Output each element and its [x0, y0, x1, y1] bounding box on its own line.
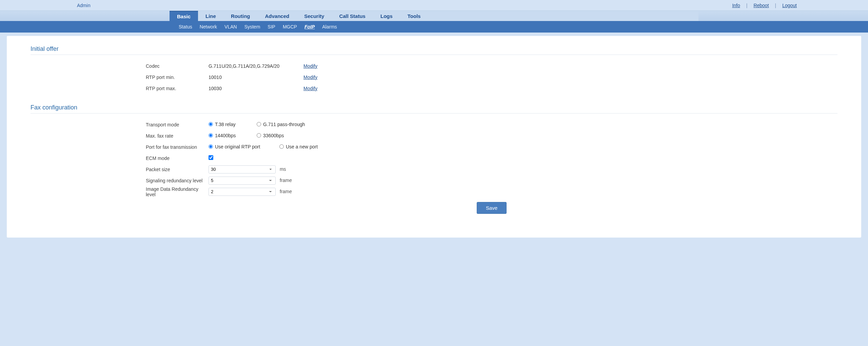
sub-nav: Status Network VLAN System SIP MGCP FoIP…	[170, 21, 698, 33]
signaling-redundancy-select[interactable]: 5	[209, 177, 276, 185]
codec-value: G.711U/20,G.711A/20,G.729A/20	[209, 63, 303, 69]
reboot-link[interactable]: Reboot	[753, 3, 769, 8]
transport-t38-option[interactable]: T.38 relay	[209, 122, 245, 127]
maxrate-14400-option[interactable]: 14400bps	[209, 133, 245, 138]
image-redundancy-select[interactable]: 2	[209, 188, 276, 196]
max-fax-rate-label: Max. fax rate	[146, 133, 209, 139]
nav-spacer	[428, 11, 698, 21]
signaling-redundancy-label: Signaling redundancy level	[146, 178, 209, 183]
image-redundancy-label: Image Data Redundancy level	[146, 186, 209, 197]
row-max-fax-rate: Max. fax rate 14400bps 33600bps	[146, 130, 837, 141]
transport-g711-radio[interactable]	[257, 122, 261, 126]
subnav-status[interactable]: Status	[179, 24, 192, 29]
tab-routing[interactable]: Routing	[223, 11, 258, 21]
subnav-network[interactable]: Network	[200, 24, 217, 29]
codec-modify-link[interactable]: Modify	[303, 63, 317, 69]
subnav-vlan[interactable]: VLAN	[224, 24, 237, 29]
row-transport-mode: Transport mode T.38 relay G.711 pass-thr…	[146, 119, 837, 130]
info-link[interactable]: Info	[732, 3, 740, 8]
topbar-divider: |	[774, 3, 778, 8]
transport-mode-label: Transport mode	[146, 122, 209, 127]
tab-advanced[interactable]: Advanced	[258, 11, 297, 21]
save-button[interactable]: Save	[477, 202, 507, 214]
section-fax-configuration: Fax configuration	[31, 104, 837, 114]
rtp-min-label: RTP port min.	[146, 75, 209, 80]
tab-logs[interactable]: Logs	[373, 11, 400, 21]
main-nav: Basic Line Routing Advanced Security Cal…	[170, 11, 698, 21]
ecm-mode-checkbox[interactable]	[209, 155, 213, 160]
maxrate-33600-label: 33600bps	[263, 133, 284, 138]
rtp-max-label: RTP port max.	[146, 86, 209, 91]
port-new-option[interactable]: Use a new port	[279, 144, 318, 149]
rtp-min-modify-link[interactable]: Modify	[303, 75, 317, 80]
tab-basic[interactable]: Basic	[170, 11, 198, 21]
subnav-alarms[interactable]: Alarms	[322, 24, 337, 29]
section-initial-offer: Initial offer	[31, 45, 837, 55]
logout-link[interactable]: Logout	[782, 3, 797, 8]
image-redundancy-suffix: frame	[280, 189, 292, 194]
maxrate-14400-label: 14400bps	[215, 133, 236, 138]
subnav-sip[interactable]: SIP	[268, 24, 275, 29]
port-new-radio[interactable]	[279, 144, 284, 149]
codec-label: Codec	[146, 63, 209, 69]
tab-call-status[interactable]: Call Status	[332, 11, 373, 21]
packet-size-suffix: ms	[280, 166, 286, 172]
row-ecm-mode: ECM mode	[146, 152, 837, 164]
tab-tools[interactable]: Tools	[400, 11, 428, 21]
maxrate-14400-radio[interactable]	[209, 133, 213, 138]
port-original-radio[interactable]	[209, 144, 213, 149]
row-signaling-redundancy: Signaling redundancy level 5 frame	[146, 175, 837, 186]
rtp-min-value: 10010	[209, 75, 303, 80]
rtp-max-value: 10030	[209, 86, 303, 91]
subnav-mgcp[interactable]: MGCP	[283, 24, 297, 29]
admin-label: Admin	[77, 3, 91, 8]
row-packet-size: Packet size 30 ms	[146, 164, 837, 175]
row-image-redundancy: Image Data Redundancy level 2 frame	[146, 186, 837, 197]
signaling-redundancy-suffix: frame	[280, 178, 292, 183]
tab-security[interactable]: Security	[297, 11, 332, 21]
maxrate-33600-radio[interactable]	[257, 133, 261, 138]
maxrate-33600-option[interactable]: 33600bps	[257, 133, 284, 138]
fax-port-label: Port for fax transmission	[146, 144, 209, 150]
row-fax-port: Port for fax transmission Use original R…	[146, 141, 837, 152]
subnav-foip[interactable]: FoIP	[304, 24, 315, 29]
tab-line[interactable]: Line	[198, 11, 223, 21]
topbar-divider: |	[745, 3, 749, 8]
ecm-mode-label: ECM mode	[146, 156, 209, 161]
content-card: Initial offer Codec G.711U/20,G.711A/20,…	[7, 36, 861, 238]
transport-t38-label: T.38 relay	[215, 122, 236, 127]
subnav-system[interactable]: System	[244, 24, 260, 29]
row-rtp-max: RTP port max. 10030 Modify	[146, 83, 837, 94]
packet-size-label: Packet size	[146, 167, 209, 172]
port-new-label: Use a new port	[286, 144, 318, 149]
topbar: Admin Info | Reboot | Logout	[0, 0, 868, 11]
port-original-option[interactable]: Use original RTP port	[209, 144, 268, 149]
packet-size-select[interactable]: 30	[209, 165, 276, 174]
row-codec: Codec G.711U/20,G.711A/20,G.729A/20 Modi…	[146, 60, 837, 72]
rtp-max-modify-link[interactable]: Modify	[303, 86, 317, 91]
transport-g711-label: G.711 pass-through	[263, 122, 305, 127]
transport-t38-radio[interactable]	[209, 122, 213, 126]
port-original-label: Use original RTP port	[215, 144, 260, 149]
transport-g711-option[interactable]: G.711 pass-through	[257, 122, 305, 127]
row-rtp-min: RTP port min. 10010 Modify	[146, 72, 837, 83]
